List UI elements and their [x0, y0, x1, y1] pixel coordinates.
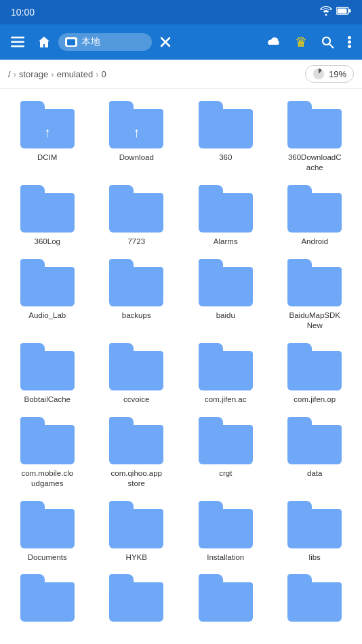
breadcrumb-emulated[interactable]: emulated [57, 69, 93, 79]
svg-rect-2 [349, 9, 351, 13]
folder-icon [287, 501, 342, 548]
folder-item[interactable]: 7723 [92, 178, 182, 252]
svg-point-8 [323, 37, 330, 45]
svg-rect-1 [338, 9, 347, 14]
folder-item[interactable]: com.mobile.cloudgames [3, 410, 92, 494]
folder-label: com.jifen.ac [205, 395, 246, 405]
folder-label: Installation [207, 552, 244, 563]
folder-label: BaiduMapSDKNew [287, 310, 342, 331]
crown-button[interactable]: ♛ [289, 28, 313, 56]
folder-item[interactable]: data [270, 410, 360, 494]
folder-item-empty [92, 567, 182, 631]
tab-icon [65, 37, 77, 47]
local-tab[interactable]: 本地 [58, 33, 152, 51]
folder-item[interactable]: HYKB [92, 494, 182, 568]
folder-icon: ↑ [20, 101, 75, 148]
breadcrumb-storage[interactable]: storage [19, 69, 48, 79]
folder-item[interactable]: baidu [181, 252, 270, 336]
folder-item-empty [181, 567, 270, 631]
folder-label: backups [122, 310, 151, 321]
folder-label: ccvoice [123, 395, 149, 405]
folder-item[interactable]: backups [92, 252, 182, 336]
folder-icon [199, 501, 253, 548]
menu-button[interactable] [5, 31, 30, 53]
folder-item-empty [3, 567, 92, 631]
svg-point-10 [348, 36, 351, 39]
folder-icon [20, 343, 75, 390]
folder-label: crgt [219, 468, 232, 479]
folder-icon [199, 343, 253, 390]
storage-badge: 19% [305, 65, 354, 83]
folder-item[interactable]: ↑DCIM [3, 94, 92, 178]
breadcrumb-chevron-2: › [51, 69, 54, 79]
status-bar: 10:00 [0, 0, 362, 24]
folder-label: Android [301, 237, 328, 247]
folder-label: com.jifen.op [294, 395, 336, 405]
folder-icon [20, 417, 75, 464]
status-time: 10:00 [11, 7, 35, 18]
folder-item[interactable]: 360DownloadCache [270, 94, 360, 178]
folder-item[interactable]: Audio_Lab [3, 252, 92, 336]
folder-item[interactable]: crgt [181, 410, 270, 494]
folder-item[interactable]: BobtailCache [3, 336, 92, 410]
folder-icon [287, 343, 342, 390]
folder-label: com.qihoo.appstore [109, 468, 163, 489]
folder-label: 7723 [127, 237, 145, 247]
battery-icon [336, 6, 351, 18]
svg-rect-4 [11, 41, 24, 43]
folder-icon [287, 259, 342, 306]
svg-line-9 [329, 44, 334, 48]
folder-label: com.mobile.cloudgames [20, 468, 75, 489]
folder-icon [287, 417, 342, 464]
folder-icon [199, 185, 253, 233]
folder-item-empty [270, 567, 360, 631]
folder-icon [109, 417, 163, 464]
folder-label: HYKB [126, 552, 147, 563]
folder-item[interactable]: ccvoice [92, 336, 182, 410]
folder-label: Download [119, 153, 154, 163]
breadcrumb-bar: / › storage › emulated › 0 19% [0, 60, 362, 89]
folder-label: baidu [216, 310, 235, 321]
folder-item[interactable]: libs [270, 494, 360, 568]
svg-rect-5 [11, 45, 24, 47]
folder-item[interactable]: Documents [3, 494, 92, 568]
folder-item[interactable]: Installation [181, 494, 270, 568]
folder-item[interactable]: com.qihoo.appstore [92, 410, 182, 494]
wifi-icon [320, 6, 332, 18]
svg-point-11 [348, 41, 351, 44]
folder-item[interactable]: BaiduMapSDKNew [270, 252, 360, 336]
status-icons [320, 6, 351, 18]
nav-bar: 本地 ♛ [0, 24, 362, 60]
more-button[interactable] [342, 31, 357, 54]
folder-icon: ↑ [109, 101, 163, 148]
folder-label: Alarms [214, 237, 238, 247]
breadcrumb-current: 0 [102, 69, 106, 79]
folder-item[interactable]: 360 [181, 94, 270, 178]
folder-icon [287, 101, 342, 148]
folder-item[interactable]: Alarms [181, 178, 270, 252]
folder-icon [109, 343, 163, 390]
folder-label: 360DownloadCache [287, 153, 342, 173]
tab-label: 本地 [81, 36, 100, 48]
search-button[interactable] [315, 30, 340, 54]
cloud-button[interactable] [261, 31, 287, 53]
folder-icon [199, 101, 253, 148]
folder-item[interactable]: 360Log [3, 178, 92, 252]
breadcrumb-root: / [8, 69, 11, 79]
folder-label: 360 [219, 153, 232, 163]
folder-icon [199, 417, 253, 464]
folder-icon [20, 501, 75, 548]
folder-item[interactable]: ↑Download [92, 94, 182, 178]
home-button[interactable] [33, 31, 56, 54]
folder-icon [20, 185, 75, 233]
folder-item[interactable]: com.jifen.op [270, 336, 360, 410]
folder-label: 360Log [35, 237, 60, 247]
breadcrumb-chevron-3: › [96, 69, 98, 79]
folder-item[interactable]: com.jifen.ac [181, 336, 270, 410]
file-grid: ↑DCIM↑Download360360DownloadCache360Log7… [0, 89, 362, 637]
folder-label: DCIM [37, 153, 57, 163]
folder-icon [287, 185, 342, 233]
folder-icon [20, 259, 75, 306]
close-tab-button[interactable] [155, 31, 176, 53]
folder-item[interactable]: Android [270, 178, 360, 252]
